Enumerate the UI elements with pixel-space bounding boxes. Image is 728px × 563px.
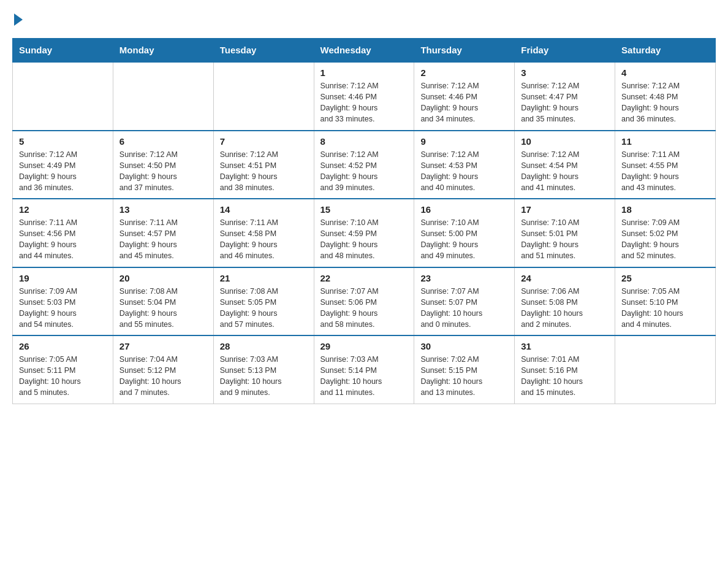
day-number: 20 <box>119 273 207 283</box>
calendar-cell: 28Sunrise: 7:03 AM Sunset: 5:13 PM Dayli… <box>213 335 314 404</box>
day-info: Sunrise: 7:09 AM Sunset: 5:03 PM Dayligh… <box>19 287 77 329</box>
day-number: 2 <box>420 67 508 78</box>
calendar-cell: 27Sunrise: 7:04 AM Sunset: 5:12 PM Dayli… <box>113 335 213 404</box>
day-number: 12 <box>19 204 107 215</box>
day-info: Sunrise: 7:05 AM Sunset: 5:10 PM Dayligh… <box>621 287 683 329</box>
day-number: 24 <box>521 273 609 283</box>
day-info: Sunrise: 7:12 AM Sunset: 4:52 PM Dayligh… <box>320 150 379 192</box>
calendar-cell: 22Sunrise: 7:07 AM Sunset: 5:06 PM Dayli… <box>314 267 414 336</box>
calendar-cell: 26Sunrise: 7:05 AM Sunset: 5:11 PM Dayli… <box>13 335 113 404</box>
calendar-week-row: 26Sunrise: 7:05 AM Sunset: 5:11 PM Dayli… <box>13 335 716 404</box>
day-number: 21 <box>220 273 308 283</box>
day-info: Sunrise: 7:11 AM Sunset: 4:58 PM Dayligh… <box>220 218 278 260</box>
day-number: 15 <box>320 204 408 215</box>
day-info: Sunrise: 7:05 AM Sunset: 5:11 PM Dayligh… <box>19 355 81 397</box>
day-number: 14 <box>220 204 308 215</box>
calendar-cell: 13Sunrise: 7:11 AM Sunset: 4:57 PM Dayli… <box>113 199 213 267</box>
day-of-week-header: Wednesday <box>314 39 414 63</box>
day-info: Sunrise: 7:12 AM Sunset: 4:46 PM Dayligh… <box>420 82 479 123</box>
calendar-week-row: 1Sunrise: 7:12 AM Sunset: 4:46 PM Daylig… <box>13 62 716 131</box>
day-info: Sunrise: 7:06 AM Sunset: 5:08 PM Dayligh… <box>521 287 583 329</box>
day-info: Sunrise: 7:09 AM Sunset: 5:02 PM Dayligh… <box>621 218 680 260</box>
calendar-cell: 11Sunrise: 7:11 AM Sunset: 4:55 PM Dayli… <box>615 131 716 199</box>
day-number: 17 <box>521 204 609 215</box>
calendar-cell: 3Sunrise: 7:12 AM Sunset: 4:47 PM Daylig… <box>515 62 615 131</box>
day-number: 28 <box>220 341 308 351</box>
day-of-week-header: Friday <box>515 39 615 63</box>
calendar-cell: 29Sunrise: 7:03 AM Sunset: 5:14 PM Dayli… <box>314 335 414 404</box>
calendar-cell: 15Sunrise: 7:10 AM Sunset: 4:59 PM Dayli… <box>314 199 414 267</box>
day-info: Sunrise: 7:12 AM Sunset: 4:51 PM Dayligh… <box>220 150 278 192</box>
calendar-cell <box>213 62 314 131</box>
day-info: Sunrise: 7:04 AM Sunset: 5:12 PM Dayligh… <box>119 355 181 397</box>
day-of-week-header: Tuesday <box>213 39 314 63</box>
day-info: Sunrise: 7:10 AM Sunset: 5:00 PM Dayligh… <box>420 218 479 260</box>
day-info: Sunrise: 7:12 AM Sunset: 4:46 PM Dayligh… <box>320 82 379 123</box>
day-number: 9 <box>420 136 508 147</box>
calendar-cell: 18Sunrise: 7:09 AM Sunset: 5:02 PM Dayli… <box>615 199 716 267</box>
calendar-cell: 7Sunrise: 7:12 AM Sunset: 4:51 PM Daylig… <box>213 131 314 199</box>
day-number: 11 <box>621 136 709 147</box>
day-number: 29 <box>320 341 408 351</box>
day-info: Sunrise: 7:07 AM Sunset: 5:06 PM Dayligh… <box>320 287 379 329</box>
calendar-cell: 16Sunrise: 7:10 AM Sunset: 5:00 PM Dayli… <box>414 199 515 267</box>
calendar-cell: 12Sunrise: 7:11 AM Sunset: 4:56 PM Dayli… <box>13 199 113 267</box>
day-number: 7 <box>220 136 308 147</box>
day-of-week-header: Thursday <box>414 39 515 63</box>
calendar-cell: 1Sunrise: 7:12 AM Sunset: 4:46 PM Daylig… <box>314 62 414 131</box>
calendar-cell: 14Sunrise: 7:11 AM Sunset: 4:58 PM Dayli… <box>213 199 314 267</box>
day-info: Sunrise: 7:03 AM Sunset: 5:14 PM Dayligh… <box>320 355 382 397</box>
calendar-cell: 4Sunrise: 7:12 AM Sunset: 4:48 PM Daylig… <box>615 62 716 131</box>
calendar-cell <box>13 62 113 131</box>
calendar-cell <box>113 62 213 131</box>
day-number: 25 <box>621 273 709 283</box>
calendar-cell: 8Sunrise: 7:12 AM Sunset: 4:52 PM Daylig… <box>314 131 414 199</box>
page-header <box>12 12 716 27</box>
day-info: Sunrise: 7:11 AM Sunset: 4:57 PM Dayligh… <box>119 218 178 260</box>
day-number: 23 <box>420 273 508 283</box>
day-number: 1 <box>320 67 408 78</box>
calendar-table: SundayMondayTuesdayWednesdayThursdayFrid… <box>12 38 716 404</box>
calendar-cell: 17Sunrise: 7:10 AM Sunset: 5:01 PM Dayli… <box>515 199 615 267</box>
day-number: 10 <box>521 136 609 147</box>
day-info: Sunrise: 7:12 AM Sunset: 4:54 PM Dayligh… <box>521 150 579 192</box>
day-of-week-header: Saturday <box>615 39 716 63</box>
day-number: 27 <box>119 341 207 351</box>
day-info: Sunrise: 7:10 AM Sunset: 4:59 PM Dayligh… <box>320 218 379 260</box>
logo-arrow-icon <box>14 13 23 26</box>
day-info: Sunrise: 7:12 AM Sunset: 4:47 PM Dayligh… <box>521 82 579 123</box>
calendar-cell: 9Sunrise: 7:12 AM Sunset: 4:53 PM Daylig… <box>414 131 515 199</box>
day-info: Sunrise: 7:10 AM Sunset: 5:01 PM Dayligh… <box>521 218 579 260</box>
day-of-week-header: Sunday <box>13 39 113 63</box>
calendar-cell: 31Sunrise: 7:01 AM Sunset: 5:16 PM Dayli… <box>515 335 615 404</box>
calendar-cell: 19Sunrise: 7:09 AM Sunset: 5:03 PM Dayli… <box>13 267 113 336</box>
day-number: 16 <box>420 204 508 215</box>
day-info: Sunrise: 7:07 AM Sunset: 5:07 PM Dayligh… <box>420 287 482 329</box>
day-number: 4 <box>621 67 709 78</box>
day-info: Sunrise: 7:11 AM Sunset: 4:55 PM Dayligh… <box>621 150 680 192</box>
day-number: 3 <box>521 67 609 78</box>
day-number: 6 <box>119 136 207 147</box>
day-number: 19 <box>19 273 107 283</box>
day-info: Sunrise: 7:03 AM Sunset: 5:13 PM Dayligh… <box>220 355 282 397</box>
day-number: 31 <box>521 341 609 351</box>
calendar-header-row: SundayMondayTuesdayWednesdayThursdayFrid… <box>13 39 716 63</box>
day-number: 8 <box>320 136 408 147</box>
calendar-week-row: 5Sunrise: 7:12 AM Sunset: 4:49 PM Daylig… <box>13 131 716 199</box>
calendar-cell <box>615 335 716 404</box>
logo <box>12 12 23 27</box>
day-of-week-header: Monday <box>113 39 213 63</box>
day-info: Sunrise: 7:08 AM Sunset: 5:05 PM Dayligh… <box>220 287 278 329</box>
calendar-cell: 30Sunrise: 7:02 AM Sunset: 5:15 PM Dayli… <box>414 335 515 404</box>
calendar-cell: 10Sunrise: 7:12 AM Sunset: 4:54 PM Dayli… <box>515 131 615 199</box>
day-number: 18 <box>621 204 709 215</box>
day-info: Sunrise: 7:11 AM Sunset: 4:56 PM Dayligh… <box>19 218 77 260</box>
calendar-cell: 6Sunrise: 7:12 AM Sunset: 4:50 PM Daylig… <box>113 131 213 199</box>
day-info: Sunrise: 7:12 AM Sunset: 4:50 PM Dayligh… <box>119 150 178 192</box>
day-number: 5 <box>19 136 107 147</box>
day-number: 26 <box>19 341 107 351</box>
calendar-cell: 2Sunrise: 7:12 AM Sunset: 4:46 PM Daylig… <box>414 62 515 131</box>
day-info: Sunrise: 7:12 AM Sunset: 4:53 PM Dayligh… <box>420 150 479 192</box>
day-number: 30 <box>420 341 508 351</box>
day-number: 13 <box>119 204 207 215</box>
